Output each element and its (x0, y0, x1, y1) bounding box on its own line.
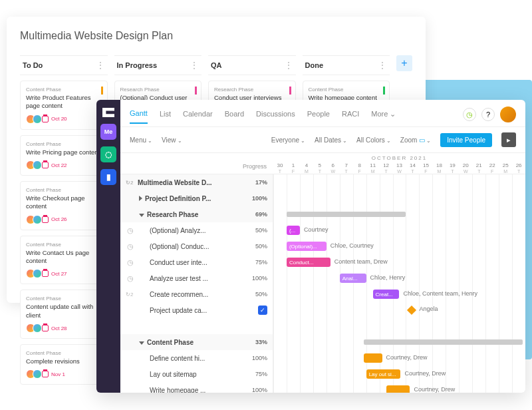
progress-pct: 50% (245, 291, 267, 298)
bar-assignees: Courtney, Drew (404, 370, 446, 377)
phase-bar[interactable] (287, 212, 406, 217)
kanban-card[interactable]: Content Phase Complete revisions Nov 1 (20, 344, 108, 385)
gantt-bar[interactable]: Creat... (373, 290, 400, 299)
task-row[interactable]: ↻2Create recommen...50% (120, 286, 273, 302)
kanban-card[interactable]: Content Phase Write Pricing page content… (20, 135, 108, 176)
task-row[interactable]: Research Phase69% (120, 206, 273, 222)
card-color-bar (101, 87, 103, 95)
day-header: 13W (393, 163, 406, 174)
task-row[interactable]: Content Phase33% (120, 334, 273, 350)
tab-list[interactable]: List (160, 110, 171, 123)
column-menu-icon[interactable]: ⋮ (96, 60, 105, 71)
expand-icon[interactable] (139, 196, 142, 201)
timeline-header: Progress OCTOBER 2021 30T1F4M5T6W7T8F11M… (120, 153, 525, 174)
gantt-bar[interactable]: (Optional)... (287, 242, 327, 251)
task-row[interactable]: Project Definition P...100% (120, 190, 273, 206)
checkbox-icon[interactable]: ✓ (258, 306, 267, 315)
gantt-bar[interactable]: Conduct... (287, 258, 331, 267)
column-title: To Do (23, 61, 43, 69)
add-column-button[interactable]: + (396, 55, 412, 71)
progress-pct: 75% (245, 259, 267, 266)
kanban-title: Multimedia Website Design Plan (20, 30, 412, 42)
dates-filter[interactable]: All Dates⌄ (315, 136, 347, 144)
tab-more[interactable]: More ⌄ (371, 110, 396, 124)
task-row[interactable]: Project update ca...✓ (120, 302, 273, 318)
card-phase: Content Phase (26, 350, 102, 356)
gantt-bar[interactable]: Lay out si... (366, 369, 401, 379)
gantt-bar[interactable]: (... (287, 226, 300, 235)
task-row[interactable]: ◷(Optional) Analyz...50% (120, 222, 273, 238)
column-menu-icon[interactable]: ⋮ (284, 60, 293, 71)
phase-bar[interactable] (364, 339, 523, 345)
task-row[interactable]: ◷(Optional) Conduc...50% (120, 238, 273, 254)
task-row[interactable]: ↻2Multimedia Website D...17% (120, 174, 273, 190)
kanban-card[interactable]: Content Phase Content update call with c… (20, 290, 108, 339)
card-date: Oct 22 (51, 162, 67, 168)
card-date: Oct 28 (51, 325, 67, 331)
task-row[interactable]: Lay out sitemap75% (120, 366, 273, 382)
sidebar-reports-button[interactable]: ▮ (100, 169, 116, 185)
tab-calendar[interactable]: Calendar (183, 110, 213, 123)
calendar-icon (42, 216, 49, 223)
expand-icon[interactable] (139, 214, 144, 217)
column-title: QA (211, 61, 222, 69)
sidebar-chat-button[interactable]: ◌ (100, 146, 116, 162)
everyone-filter[interactable]: Everyone⌄ (271, 136, 305, 144)
view-tabs: GanttListCalendarBoardDiscussionsPeopleR… (120, 100, 525, 127)
kanban-card[interactable]: Content Phase Write Product Features pag… (20, 81, 108, 130)
column-menu-icon[interactable]: ⋮ (378, 60, 387, 71)
bar-assignees: Angela (419, 306, 438, 312)
progress-pct: 17% (245, 179, 267, 186)
view-dropdown[interactable]: View⌄ (162, 136, 182, 144)
export-icon[interactable]: ▸ (501, 132, 516, 147)
tab-people[interactable]: People (307, 110, 330, 123)
kanban-card[interactable]: Content Phase Write Contact Us page cont… (20, 236, 108, 285)
task-row[interactable]: ◷Conduct user inte...75% (120, 254, 273, 270)
column-menu-icon[interactable]: ⋮ (190, 60, 199, 71)
tab-board[interactable]: Board (225, 110, 244, 123)
help-icon[interactable]: ? (481, 108, 495, 121)
invite-people-button[interactable]: Invite People (440, 133, 492, 147)
activity-icon[interactable]: ◷ (463, 108, 476, 121)
kanban-card[interactable]: Content Phase Write Checkout page conten… (20, 181, 108, 230)
zoom-control[interactable]: Zoom ▭⌄ (400, 136, 431, 144)
card-title: Content update call with client (26, 303, 102, 319)
progress-pct: 100% (245, 195, 267, 202)
card-date: Oct 27 (51, 271, 67, 277)
card-title: Complete revisions (26, 357, 102, 365)
card-phase: Content Phase (26, 242, 102, 248)
task-name: (Optional) Analyz... (135, 227, 245, 234)
gantt-chart-area[interactable]: (...Courtney(Optional)...Chloe, Courtney… (273, 174, 525, 393)
tab-gantt[interactable]: Gantt (130, 109, 148, 124)
tab-discussions[interactable]: Discussions (256, 110, 295, 123)
calendar-icon (42, 116, 49, 122)
loop-icon: ↻2 (126, 292, 135, 298)
bar-assignees: Content team, Drew (334, 258, 388, 265)
sidebar-me-button[interactable]: Me (100, 124, 116, 140)
app-logo-icon[interactable] (102, 108, 114, 117)
tab-raci[interactable]: RACI (342, 110, 359, 123)
task-row[interactable]: Write homepage ...100% (120, 382, 273, 393)
gantt-bar[interactable] (364, 353, 382, 363)
calendar-icon (42, 325, 49, 331)
bar-assignees: Chloe, Content team, Henry (403, 290, 477, 297)
gantt-bar[interactable] (386, 385, 410, 393)
day-header: 8F (353, 163, 366, 174)
card-date: Oct 26 (51, 216, 67, 222)
card-phase: Content Phase (26, 141, 102, 147)
loop-icon: ↻2 (126, 180, 135, 186)
task-row[interactable]: ◷Analyze user test ...100% (120, 270, 273, 286)
user-avatar[interactable] (500, 106, 516, 122)
card-phase: Research Phase (214, 87, 290, 93)
gantt-bar[interactable]: Anal... (340, 274, 366, 283)
colors-filter[interactable]: All Colors⌄ (356, 136, 391, 144)
expand-icon[interactable] (139, 341, 144, 345)
avatar (33, 369, 42, 379)
gantt-toolbar: Menu⌄ View⌄ Everyone⌄ All Dates⌄ All Col… (120, 127, 525, 153)
menu-dropdown[interactable]: Menu⌄ (130, 136, 152, 144)
avatar (33, 323, 42, 333)
bar-assignees: Courtney (304, 226, 329, 233)
task-name: Lay out sitemap (135, 371, 245, 378)
task-row[interactable]: Define content hi...100% (120, 350, 273, 366)
milestone-icon[interactable] (407, 306, 416, 315)
